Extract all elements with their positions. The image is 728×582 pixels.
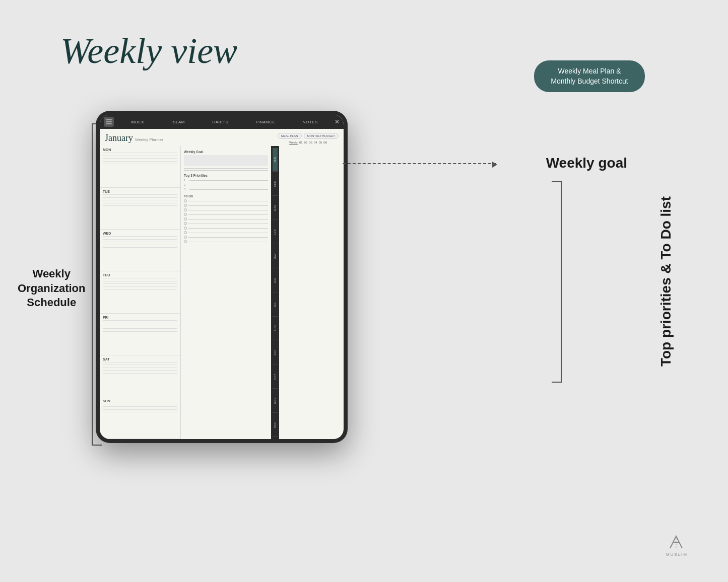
nav-bar: INDEX ISLAM HABITS FINANCE NOTES ✕ xyxy=(100,115,344,129)
planner-month: January xyxy=(105,133,133,143)
svg-rect-1 xyxy=(106,121,112,122)
planner-title-area: January Weekly Planner xyxy=(105,133,163,143)
todo-item-2 xyxy=(184,204,268,207)
day-fri: FRI xyxy=(100,314,180,355)
month-tab-may[interactable]: MAY xyxy=(273,245,278,268)
day-thu: THU xyxy=(100,271,180,313)
planner-header: January Weekly Planner MEAL PLAN MONTHLY… xyxy=(100,129,344,146)
month-tab-oct[interactable]: OCT xyxy=(273,365,278,389)
checkbox-5[interactable] xyxy=(184,217,187,221)
nav-tab-habits[interactable]: HABITS xyxy=(212,120,228,124)
week-nav: Week: 01 02 03 04 05 08 xyxy=(289,141,327,144)
ipad-screen: INDEX ISLAM HABITS FINANCE NOTES ✕ Janua… xyxy=(100,115,344,439)
page-title: Weekly view xyxy=(60,30,237,72)
week-02[interactable]: 02 xyxy=(304,141,308,144)
todo-item-7 xyxy=(184,227,268,230)
checkbox-7[interactable] xyxy=(184,227,187,230)
checkbox-9[interactable] xyxy=(184,236,187,239)
todo-item-10 xyxy=(184,240,268,243)
week-05[interactable]: 05 xyxy=(319,141,322,144)
todo-item-5 xyxy=(184,217,268,221)
monthly-budget-btn[interactable]: MONTHLY BUDGET xyxy=(304,133,339,139)
week-03[interactable]: 03 xyxy=(309,141,312,144)
nav-tab-index[interactable]: INDEX xyxy=(130,120,144,124)
label-priorities: Top priorities & To Do list xyxy=(657,196,675,367)
month-tab-aug[interactable]: AUG xyxy=(273,317,278,340)
priority-2: 2 xyxy=(184,183,268,186)
week-label: Week: xyxy=(289,141,298,144)
priority-1: 1 xyxy=(184,179,268,182)
weekly-goal-arrow xyxy=(343,163,496,164)
checkbox-3[interactable] xyxy=(184,208,187,211)
todo-item-1 xyxy=(184,199,268,202)
checkbox-10[interactable] xyxy=(184,240,187,243)
todo-item-3 xyxy=(184,208,268,211)
todo-label: To Do xyxy=(184,194,268,198)
right-sidebar: Weekly Goal Top 3 Priorities 1 2 xyxy=(180,146,271,439)
month-tab-sep[interactable]: SEP xyxy=(273,341,278,365)
day-sat: SAT xyxy=(100,355,180,397)
day-sun: SUN xyxy=(100,397,180,439)
planner-subtitle: Weekly Planner xyxy=(135,137,163,142)
brand-label: MUSLIM xyxy=(666,552,688,557)
day-wed: WED xyxy=(100,230,180,271)
close-icon[interactable]: ✕ xyxy=(335,118,340,126)
planner-content: January Weekly Planner MEAL PLAN MONTHLY… xyxy=(100,129,344,439)
month-tabs: JAN FEB MAR APR MAY JUN JUL AUG SEP OCT … xyxy=(271,146,279,439)
todo-item-6 xyxy=(184,222,268,225)
month-tab-feb[interactable]: FEB xyxy=(273,172,278,196)
checkbox-6[interactable] xyxy=(184,222,187,225)
ipad-device: INDEX ISLAM HABITS FINANCE NOTES ✕ Janua… xyxy=(96,111,348,443)
svg-rect-2 xyxy=(106,123,112,124)
shortcut-badge[interactable]: Weekly Meal Plan & Monthly Budget Shortc… xyxy=(534,60,645,92)
checkbox-4[interactable] xyxy=(184,213,187,216)
nav-tab-islam[interactable]: ISLAM xyxy=(172,120,185,124)
todo-item-8 xyxy=(184,231,268,234)
day-tue: TUE xyxy=(100,188,180,230)
weekly-goal-box[interactable] xyxy=(184,155,268,166)
logo-mark xyxy=(666,532,686,552)
month-tab-apr[interactable]: APR xyxy=(273,221,278,244)
todo-item-9 xyxy=(184,236,268,239)
week-01[interactable]: 01 xyxy=(299,141,303,144)
label-weekly-org: WeeklyOrganizationSchedule xyxy=(18,267,85,310)
month-tab-dec[interactable]: DEC xyxy=(273,413,278,437)
month-tab-nov[interactable]: NOV xyxy=(273,389,278,413)
nav-tabs: INDEX ISLAM HABITS FINANCE NOTES xyxy=(117,120,332,124)
nav-tab-notes[interactable]: NOTES xyxy=(303,120,318,124)
week-04[interactable]: 04 xyxy=(314,141,317,144)
month-tab-jul[interactable]: JUL xyxy=(273,293,278,317)
bracket-right xyxy=(552,181,562,383)
logo-bottom: MUSLIM xyxy=(666,532,688,557)
days-area: MON TUE xyxy=(100,146,344,439)
label-weekly-goal: Weekly goal xyxy=(546,155,627,171)
week-08[interactable]: 08 xyxy=(323,141,327,144)
nav-tab-finance[interactable]: FINANCE xyxy=(256,120,276,124)
svg-rect-0 xyxy=(106,119,112,120)
nav-icon xyxy=(104,117,114,127)
days-col: MON TUE xyxy=(100,146,180,439)
meal-plan-btn[interactable]: MEAL PLAN xyxy=(278,133,301,139)
planner-main: January Weekly Planner MEAL PLAN MONTHLY… xyxy=(100,129,344,439)
day-mon: MON xyxy=(100,146,180,188)
checkbox-2[interactable] xyxy=(184,204,187,207)
month-tab-mar[interactable]: MAR xyxy=(273,196,278,220)
priority-3: 3 xyxy=(184,188,268,191)
checkbox-1[interactable] xyxy=(184,199,187,202)
todo-item-4 xyxy=(184,213,268,216)
planner-shortcuts: MEAL PLAN MONTHLY BUDGET Week: 01 02 03 … xyxy=(278,133,339,144)
weekly-goal-label: Weekly Goal xyxy=(184,150,268,154)
month-tab-jun[interactable]: JUN xyxy=(273,269,278,293)
month-tab-jan[interactable]: JAN xyxy=(273,148,278,172)
checkbox-8[interactable] xyxy=(184,231,187,234)
top3-label: Top 3 Priorities xyxy=(184,174,268,177)
shortcuts-row: MEAL PLAN MONTHLY BUDGET xyxy=(278,133,339,139)
